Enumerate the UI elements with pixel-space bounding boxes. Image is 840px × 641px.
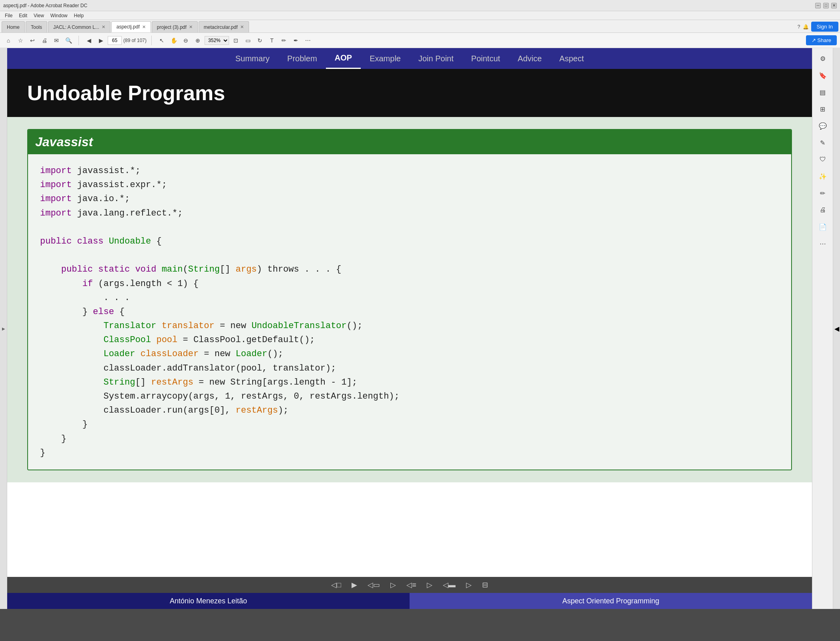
sidebar-edit-button[interactable]: ✏	[816, 186, 830, 200]
close-tab-metacircular[interactable]: ✕	[240, 24, 244, 30]
close-tab-project[interactable]: ✕	[189, 24, 193, 30]
main-layout: ▶ Summary Problem AOP Example Join Point…	[0, 48, 840, 609]
presentation-button[interactable]: ▭	[243, 35, 253, 46]
page-total-label: (89 of 107)	[123, 38, 147, 43]
toolbar-sep-1	[78, 36, 79, 45]
sign-button[interactable]: ✒	[291, 35, 301, 46]
nav-tab-example[interactable]: Example	[361, 48, 410, 69]
toolbar-sep-2	[151, 36, 152, 45]
first-page-button[interactable]: ◁□	[328, 579, 344, 591]
title-bar: aspectj.pdf - Adobe Acrobat Reader DC ─ …	[0, 0, 840, 11]
nav-tab-pointcut[interactable]: Pointcut	[462, 48, 509, 69]
code-box-header: Javassist	[28, 130, 791, 154]
code-section: Javassist import javassist.*; import jav…	[7, 117, 812, 482]
sign-in-button[interactable]: Sign In	[811, 22, 838, 32]
prev-end-button[interactable]: ◁▬	[440, 579, 459, 591]
next-page-button[interactable]: ▶	[96, 35, 106, 46]
share-button[interactable]: ↗ Share	[806, 35, 837, 45]
tab-aspectj[interactable]: aspectj.pdf ✕	[111, 21, 151, 32]
pdf-content: Summary Problem AOP Example Join Point P…	[7, 48, 812, 609]
sidebar-protect-button[interactable]: 🛡	[816, 152, 830, 167]
right-chevron-icon: ◀	[834, 325, 839, 333]
view-toolbar-group: ↖ ✋ ⊖ ⊕ 352% 100% 150% 200% ⊡ ▭ ↻ T ✏ ✒ …	[157, 35, 313, 46]
close-button[interactable]: ✕	[831, 3, 837, 8]
bookmark-button[interactable]: ☆	[15, 35, 26, 46]
right-sidebar: ⚙ 🔖 ▤ ⊞ 💬 ✎ 🛡 ✨ ✏ 🖨 📄 ⋯	[812, 48, 833, 609]
prev-frame-button[interactable]: ◁▭	[364, 579, 383, 591]
email-button[interactable]: ✉	[51, 35, 62, 46]
maximize-button[interactable]: □	[823, 3, 829, 8]
sidebar-layers-button[interactable]: ▤	[816, 85, 830, 99]
next-section-button[interactable]: ▷	[424, 579, 436, 591]
bottom-nav: ◁□ ▶ ◁▭ ▷ ◁≡ ▷ ◁▬ ▷ ⊟	[7, 577, 812, 593]
rotate-button[interactable]: ↻	[255, 35, 265, 46]
prev-slide-button[interactable]: ▶	[348, 579, 360, 591]
find-button[interactable]: T	[267, 35, 277, 46]
code-box-body: import javassist.*; import javassist.exp…	[28, 154, 791, 470]
search-button[interactable]: 🔍	[63, 35, 74, 46]
sidebar-pages-button[interactable]: ⊞	[816, 102, 830, 116]
tab-actions: ? 🔔 Sign In	[798, 22, 838, 32]
back-history-button[interactable]: ↩	[27, 35, 38, 46]
close-tab-jacl[interactable]: ✕	[102, 24, 105, 30]
sidebar-comment-button[interactable]: 💬	[816, 119, 830, 133]
slide-wrapper: Undoable Programs Javassist import javas…	[7, 69, 812, 577]
sidebar-fill-button[interactable]: ✎	[816, 135, 830, 150]
sidebar-tools-button[interactable]: ⚙	[816, 51, 830, 66]
prev-page-button[interactable]: ◀	[84, 35, 94, 46]
zoom-in-button[interactable]: ⊕	[193, 35, 203, 46]
page-input[interactable]	[108, 36, 122, 45]
print-button[interactable]: 🖨	[39, 35, 50, 46]
fit-page-button[interactable]: ⊡	[231, 35, 241, 46]
help-icon[interactable]: ?	[798, 24, 800, 30]
toolbar: ⌂ ☆ ↩ 🖨 ✉ 🔍 ◀ ▶ (89 of 107) ↖ ✋ ⊖ ⊕ 352%…	[0, 33, 840, 48]
comment-button[interactable]: ✏	[279, 35, 289, 46]
nav-tab-aspect[interactable]: Aspect	[551, 48, 593, 69]
tab-metacircular[interactable]: metacircular.pdf ✕	[199, 21, 249, 32]
hand-tool-button[interactable]: ✋	[169, 35, 179, 46]
menu-help[interactable]: Help	[71, 12, 87, 19]
right-panel-toggle[interactable]: ◀	[833, 48, 840, 609]
menu-file[interactable]: File	[2, 12, 16, 19]
tab-jacl[interactable]: JACL: A Common L... ✕	[48, 21, 111, 32]
status-bar: António Menezes Leitão Aspect Oriented P…	[7, 593, 812, 609]
sidebar-print-button[interactable]: 🖨	[816, 203, 830, 217]
zoom-out-button[interactable]: ⊖	[181, 35, 191, 46]
sidebar-export-button[interactable]: 📄	[816, 220, 830, 234]
menu-view[interactable]: View	[30, 12, 47, 19]
tab-bar: Home Tools JACL: A Common L... ✕ aspectj…	[0, 20, 840, 33]
sidebar-more-button[interactable]: ⋯	[816, 236, 830, 251]
close-tab-aspectj[interactable]: ✕	[142, 24, 146, 30]
sidebar-bookmark-button[interactable]: 🔖	[816, 68, 830, 83]
left-chevron-icon: ▶	[2, 327, 5, 331]
tab-tools[interactable]: Tools	[26, 21, 47, 32]
back-button[interactable]: ⌂	[3, 35, 14, 46]
nav-tab-advice[interactable]: Advice	[509, 48, 551, 69]
minimize-button[interactable]: ─	[815, 3, 821, 8]
next-frame-button[interactable]: ▷	[387, 579, 399, 591]
nav-tab-joinpoint[interactable]: Join Point	[410, 48, 462, 69]
grid-view-button[interactable]: ⊟	[479, 579, 491, 591]
more-tools-button[interactable]: ⋯	[303, 35, 313, 46]
prev-section-button[interactable]: ◁≡	[403, 579, 420, 591]
nav-tab-problem[interactable]: Problem	[278, 48, 326, 69]
menu-edit[interactable]: Edit	[16, 12, 30, 19]
author-label: António Menezes Leitão	[7, 597, 410, 605]
presentation-nav-tabs: Summary Problem AOP Example Join Point P…	[7, 48, 812, 69]
tab-project[interactable]: project (3).pdf ✕	[152, 21, 198, 32]
tab-home[interactable]: Home	[2, 21, 25, 32]
window-controls: ─ □ ✕	[815, 3, 837, 8]
left-panel-toggle[interactable]: ▶	[0, 48, 7, 609]
window-title: aspectj.pdf - Adobe Acrobat Reader DC	[3, 3, 87, 8]
slide-header: Undoable Programs	[7, 69, 812, 117]
sidebar-enhance-button[interactable]: ✨	[816, 169, 830, 183]
nav-toolbar-group: ⌂ ☆ ↩ 🖨 ✉ 🔍	[3, 35, 74, 46]
cursor-tool-button[interactable]: ↖	[157, 35, 167, 46]
notification-icon[interactable]: 🔔	[803, 24, 809, 30]
zoom-select[interactable]: 352% 100% 150% 200%	[205, 36, 229, 45]
menu-window[interactable]: Window	[47, 12, 71, 19]
next-end-button[interactable]: ▷	[463, 579, 475, 591]
nav-tab-aop[interactable]: AOP	[326, 48, 361, 69]
nav-tab-summary[interactable]: Summary	[227, 48, 279, 69]
slide-title: Undoable Programs	[27, 81, 792, 105]
